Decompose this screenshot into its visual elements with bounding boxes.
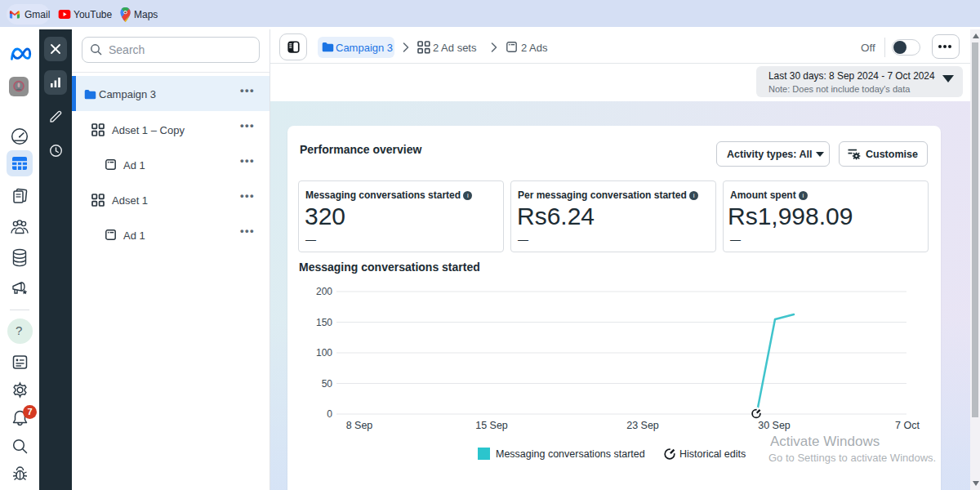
svg-text:7 Oct: 7 Oct — [895, 420, 920, 431]
svg-text:8 Sep: 8 Sep — [346, 420, 373, 431]
svg-text:100: 100 — [316, 347, 332, 359]
svg-text:Historical edits: Historical edits — [679, 448, 746, 460]
svg-text:50: 50 — [322, 378, 333, 390]
svg-text:0: 0 — [327, 408, 332, 420]
svg-text:23 Sep: 23 Sep — [626, 420, 659, 431]
svg-text:150: 150 — [316, 317, 332, 328]
svg-text:15 Sep: 15 Sep — [475, 420, 508, 431]
svg-text:Messaging conversations starte: Messaging conversations started — [496, 448, 645, 460]
svg-text:30 Sep: 30 Sep — [758, 420, 791, 431]
svg-text:200: 200 — [316, 286, 332, 297]
